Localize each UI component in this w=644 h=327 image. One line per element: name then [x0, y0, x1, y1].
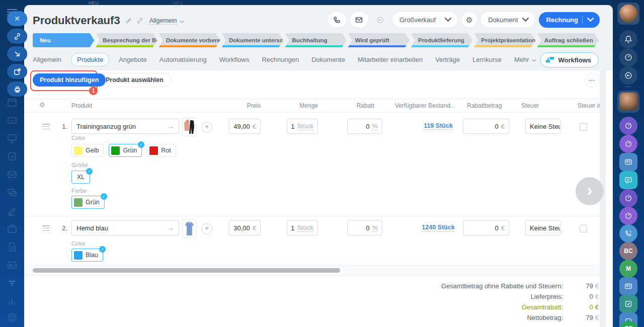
chat-avatar-bc[interactable]: BC [619, 242, 637, 260]
add-variant-button[interactable]: + [201, 223, 212, 234]
unit-selector[interactable]: Stück [297, 122, 313, 130]
product-name-input[interactable]: Trainingsanzug grün → [71, 119, 179, 134]
quantity-input[interactable]: 1Stück [287, 220, 318, 235]
chat-channel-button[interactable] [619, 171, 637, 189]
expand-panel-button[interactable]: › [576, 177, 604, 205]
collapse-button[interactable] [7, 46, 27, 61]
stage[interactable]: Buchhaltung [285, 33, 346, 47]
tab-allgemein[interactable]: Allgemein [33, 56, 61, 63]
invoice-button[interactable]: Rechnung [539, 12, 600, 28]
stage[interactable]: Projektpräsentation [474, 33, 535, 47]
unit-selector[interactable]: Stück [297, 224, 313, 232]
filter-icon[interactable] [7, 278, 18, 289]
settings-icon[interactable] [7, 312, 18, 323]
inbox-icon[interactable] [7, 115, 18, 126]
tab-mehr[interactable]: Mehr [514, 56, 536, 63]
copy-link-button[interactable] [7, 29, 27, 44]
sign-pencil-icon[interactable] [7, 205, 18, 216]
current-user-avatar[interactable] [617, 3, 639, 25]
product-name-input[interactable]: Hemd blau → [71, 220, 179, 235]
variant-chip-gruen[interactable]: Grün✓ [109, 144, 142, 157]
stage-neu[interactable]: Neu [33, 33, 94, 47]
tasks-check-icon[interactable] [7, 151, 18, 162]
tax-included-checkbox[interactable] [580, 123, 587, 131]
discount-unit-selector[interactable]: % [372, 122, 378, 130]
board-icon[interactable] [7, 133, 18, 144]
tab-vertraege[interactable]: Verträge [435, 56, 460, 63]
tab-dokumente[interactable]: Dokumente [311, 56, 345, 63]
open-product-icon[interactable]: → [167, 122, 174, 130]
call-button[interactable] [619, 224, 637, 242]
teammate-avatar[interactable] [617, 91, 639, 113]
tab-produkte[interactable]: Produkte [71, 53, 109, 66]
stage[interactable]: Dokumente untersch... [222, 33, 283, 47]
print-button[interactable] [7, 81, 27, 97]
chat-avatar-m[interactable]: M [619, 260, 637, 278]
settings-button[interactable]: ⚙ [461, 12, 477, 28]
open-new-window-button[interactable] [7, 64, 27, 79]
history-chat-button[interactable] [619, 66, 637, 85]
workgroup-button[interactable] [619, 117, 637, 135]
select-product-button[interactable]: Produkt auswählen [99, 73, 171, 87]
product-image[interactable] [182, 118, 197, 136]
workgroup-button[interactable] [619, 189, 637, 207]
stock-link[interactable]: 119 Stück [424, 122, 453, 130]
drag-handle[interactable] [42, 225, 50, 231]
edit-title-button[interactable] [125, 17, 132, 24]
contact-card-button[interactable] [619, 153, 637, 171]
notifications-button[interactable] [619, 30, 637, 48]
drag-handle[interactable] [42, 124, 50, 129]
email-button[interactable] [350, 12, 368, 28]
stage[interactable]: Besprechung der Bes... [96, 33, 157, 47]
workgroup-button[interactable] [619, 207, 637, 225]
scrollbar-thumb[interactable] [33, 268, 340, 273]
briefcase-icon[interactable] [7, 223, 18, 234]
add-product-button[interactable]: Produkt hinzufügen [33, 73, 106, 87]
calendar-icon[interactable] [7, 97, 18, 108]
tax-select[interactable]: Keine Steuern [525, 220, 560, 235]
tax-included-checkbox[interactable] [580, 225, 587, 232]
variant-chip-xl[interactable]: XL✓ [71, 171, 90, 184]
stage[interactable]: Produktlieferung [411, 33, 472, 47]
chevron-down-icon[interactable] [180, 16, 184, 25]
tab-mitarbeiter[interactable]: Mitarbeiter einarbeiten [358, 56, 423, 63]
tab-rechnungen[interactable]: Rechnungen [262, 56, 299, 63]
close-slider-button[interactable]: ✕ [7, 11, 27, 26]
variant-chip-blau[interactable]: Blau✓ [71, 249, 103, 262]
discount-amount-input[interactable]: 0€ [463, 220, 509, 235]
stage[interactable]: Wird geprüft [348, 33, 410, 47]
document-select[interactable]: Dokument [481, 12, 535, 28]
tab-angebote[interactable]: Angebote [119, 56, 147, 63]
tax-select[interactable]: Keine Steuern [525, 119, 560, 134]
discount-input[interactable]: 0% [347, 119, 382, 134]
price-input[interactable]: 30,00€ [229, 220, 261, 235]
price-input[interactable]: 49,00€ [229, 119, 261, 134]
variant-chip-gelb[interactable]: Gelb [71, 144, 104, 157]
discount-unit-selector[interactable]: % [372, 224, 378, 232]
mail-icon[interactable] [7, 169, 18, 180]
add-variant-button[interactable]: + [201, 122, 212, 133]
link-button[interactable] [136, 17, 143, 24]
chat-icon[interactable] [7, 187, 18, 198]
tab-lernkurse[interactable]: Lernkurse [472, 56, 502, 63]
tab-automatisierung[interactable]: Automatisierung [159, 56, 207, 63]
stock-link[interactable]: 1240 Stück [422, 224, 454, 231]
pipeline-select[interactable]: Großverkauf [392, 12, 457, 28]
table-settings-gear-icon[interactable]: ⚙ [39, 101, 45, 109]
chart-icon[interactable] [7, 296, 18, 307]
discount-input[interactable]: 0% [347, 220, 382, 235]
tasks-button[interactable] [619, 295, 637, 313]
document-icon[interactable] [7, 241, 18, 253]
call-button[interactable] [328, 12, 346, 28]
stage[interactable]: Auftrag schließen [537, 33, 599, 47]
horizontal-scrollbar[interactable] [24, 265, 606, 276]
variant-chip-rot[interactable]: Rot [147, 144, 176, 157]
image-card-icon[interactable] [7, 260, 18, 271]
quantity-input[interactable]: 1Stück [287, 119, 318, 134]
brand-spiral-button[interactable] [619, 48, 637, 66]
feedback-button[interactable] [372, 12, 388, 28]
product-image[interactable] [182, 219, 197, 238]
tab-workflows[interactable]: Workflows [219, 56, 250, 63]
variant-chip-gruen-2[interactable]: Grün✓ [71, 196, 105, 209]
more-options-button[interactable]: ••• [585, 74, 599, 87]
